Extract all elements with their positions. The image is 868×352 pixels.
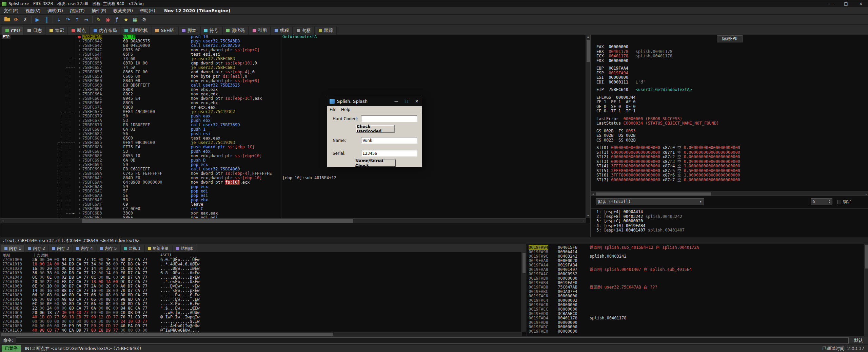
tab-内存布局[interactable]: 内存布局 (90, 26, 120, 35)
stack-row[interactable]: 0019FABC003A07F4 (527, 290, 868, 294)
register-line[interactable]: ST(6) 3FFF8000000000000000 x87r6 空 1.000… (596, 173, 868, 178)
tab-SEH链[interactable]: SEH链 (152, 26, 178, 35)
stack-row[interactable]: 0019FAC000000000 (527, 294, 868, 298)
register-line[interactable]: ESI 00000000 (596, 75, 868, 80)
restart-icon[interactable]: ⟳ (12, 16, 21, 24)
breakpoint-cell[interactable] (76, 110, 82, 114)
stack-row[interactable]: 0019FAC800000000 (527, 303, 868, 307)
register-line[interactable]: EIP 75BFC640 <user32.GetWindowTextA> (596, 88, 868, 92)
serial-input[interactable] (361, 150, 417, 156)
register-line[interactable]: ST(5) 3FFE8000000000000000 x87r5 空 0.500… (596, 169, 868, 173)
breakpoint-cell[interactable] (76, 39, 82, 43)
breakpoint-cell[interactable] (76, 114, 82, 118)
pause-icon[interactable]: ‖ (42, 16, 51, 24)
hide-fpu-button[interactable]: 隐藏FPU (717, 35, 743, 42)
breakpoint-cell[interactable] (76, 123, 82, 127)
tab-线程[interactable]: 线程 (271, 26, 293, 35)
breakpoint-cell[interactable] (76, 74, 82, 79)
dialog-titlebar[interactable]: Splish, Splash — □ × (327, 96, 422, 106)
breakpoint-cell[interactable] (76, 171, 82, 176)
tab-调用堆栈[interactable]: 调用堆栈 (121, 26, 151, 35)
register-line[interactable]: ES 002B DS 002B (596, 133, 868, 138)
stack-row[interactable]: 0019FAD800000000 (527, 320, 868, 325)
breakpoint-cell[interactable] (76, 57, 82, 61)
settings-icon[interactable]: ⚙ (140, 16, 149, 24)
menu-item[interactable]: 文件(F) (0, 8, 22, 14)
dialog-maximize-button[interactable]: □ (401, 96, 412, 106)
hard-coded-input[interactable] (361, 115, 417, 122)
dump-tab-局部变量[interactable]: 局部变量 (144, 245, 172, 252)
breakpoint-cell[interactable] (76, 88, 82, 92)
stack-row[interactable]: 0019FA94004015F6返回到 splish.sub_4015E4+12… (527, 245, 868, 250)
disasm-vertical-scrollbar[interactable]: ▲▼ (586, 35, 590, 218)
dump-tab-结构体[interactable]: 结构体 (173, 245, 196, 252)
breakpoint-cell[interactable] (76, 48, 82, 52)
register-line[interactable]: EFLAGS 00000344 (596, 95, 868, 100)
breakpoint-cell[interactable] (76, 198, 82, 202)
tab-CPU[interactable]: CPU (2, 26, 23, 35)
stack-row[interactable]: 0019FAB875C047AB返回到 user32.75C047AB 自 ??… (527, 285, 868, 290)
register-line[interactable]: EDI 00000111 L'đ' (596, 80, 868, 85)
register-line[interactable]: LastStatus C0000034 (STATUS_OBJECT_NAME_… (596, 121, 868, 126)
stack-row[interactable]: 0019FAA40019FAB4 (527, 263, 868, 267)
calling-convention-select[interactable]: 默认 (stdcall) ▾ (596, 198, 704, 205)
breakpoint-cell[interactable] (76, 141, 82, 145)
breakpoint-cell[interactable] (76, 61, 82, 66)
breakpoint-cell[interactable] (76, 193, 82, 198)
breakpoint-cell[interactable] (76, 180, 82, 185)
dialog-minimize-button[interactable]: — (391, 96, 401, 106)
register-line[interactable]: ESP 0019FA94 (596, 71, 868, 76)
stack-row[interactable]: 0019FA9C00403242splish.00403242 (527, 254, 868, 259)
step-into-icon[interactable]: ↓ (54, 16, 63, 24)
breakpoint-cell[interactable] (76, 189, 82, 193)
register-line[interactable]: GS 002B FS 0053 (596, 129, 868, 134)
register-line[interactable]: ECX 00401178 splish.00401178 (596, 54, 868, 59)
register-line[interactable]: ST(2) 00000000000000000000 x87r2 空 0.000… (596, 155, 868, 160)
tab-源代码[interactable]: 源代码 (222, 26, 249, 35)
breakpoint-cell[interactable] (76, 207, 82, 211)
stack-row[interactable]: 0019FAC400000002 (527, 298, 868, 303)
tab-断点[interactable]: 断点 (68, 26, 90, 35)
stack-row[interactable]: 0019FAA000000020 (527, 259, 868, 263)
tab-引用[interactable]: 引用 (249, 26, 271, 35)
breakpoint-cell[interactable] (76, 127, 82, 132)
register-line[interactable]: ST(3) 00000000000000000000 x87r3 空 0.000… (596, 160, 868, 164)
register-line[interactable]: ST(4) 3FFF8000000000000000 x87r4 空 1.000… (596, 164, 868, 169)
close-button[interactable]: × (853, 0, 868, 7)
lock-checkbox[interactable] (837, 200, 841, 204)
register-line[interactable]: EAX 00000000 (596, 45, 868, 50)
breakpoint-cell[interactable] (76, 43, 82, 48)
stack-row[interactable]: 0019FAE000000000 (527, 329, 868, 334)
registers-horizontal-scrollbar[interactable]: ◄► (591, 191, 868, 196)
register-line[interactable]: ST(7) 00000000000000000000 x87r7 空 0.000… (596, 178, 868, 183)
register-line[interactable]: LastError 00000000 (ERROR_SUCCESS) (596, 117, 868, 122)
stack-row[interactable]: 0019FAB000000000 (527, 276, 868, 281)
dump-tab-内存 3[interactable]: 内存 3 (49, 245, 72, 252)
breakpoint-cell[interactable] (76, 66, 82, 70)
register-line[interactable]: EBX 00401178 splish.00401178 (596, 50, 868, 54)
dialog-close-button[interactable]: × (412, 96, 422, 106)
stack-row[interactable]: 0019FAD0DCBAABCD (527, 312, 868, 316)
stack-row[interactable]: 0019FAA800401407返回到 splish.00401407 自 sp… (527, 267, 868, 272)
dialog-menu-help[interactable]: Help (339, 107, 353, 112)
dump-vertical-scrollbar[interactable] (521, 252, 526, 332)
argument-line[interactable]: 3: [esp+C] 00000020 (596, 219, 868, 224)
dump-horizontal-scrollbar[interactable] (0, 332, 522, 336)
tab-符号[interactable]: 符号 (200, 26, 222, 35)
argument-line[interactable]: 2: [esp+8] 00403242 splish.00403242 (596, 215, 868, 219)
step-over-icon[interactable]: ↷ (63, 16, 73, 24)
breakpoint-cell[interactable] (76, 202, 82, 207)
breakpoint-cell[interactable] (76, 154, 82, 158)
stack-row[interactable]: 0019FADC00000000 (527, 325, 868, 329)
argument-count-stepper[interactable]: 5 ▴▾ (811, 198, 832, 205)
breakpoint-cell[interactable] (76, 83, 82, 88)
breakpoint-cell[interactable] (76, 92, 82, 96)
breakpoints-icon[interactable]: ◉ (103, 16, 112, 24)
dump-tab-内存 5[interactable]: 内存 5 (97, 245, 120, 252)
stack-row[interactable]: 0019FAD400401178splish.00401178 (527, 316, 868, 320)
dump-tab-内存 4[interactable]: 内存 4 (73, 245, 96, 252)
tab-笔记[interactable]: 笔记 (46, 26, 67, 35)
patches-icon[interactable]: ✎ (94, 16, 103, 24)
menu-item[interactable]: 视图(V) (22, 8, 44, 14)
breakpoint-cell[interactable] (76, 163, 82, 167)
